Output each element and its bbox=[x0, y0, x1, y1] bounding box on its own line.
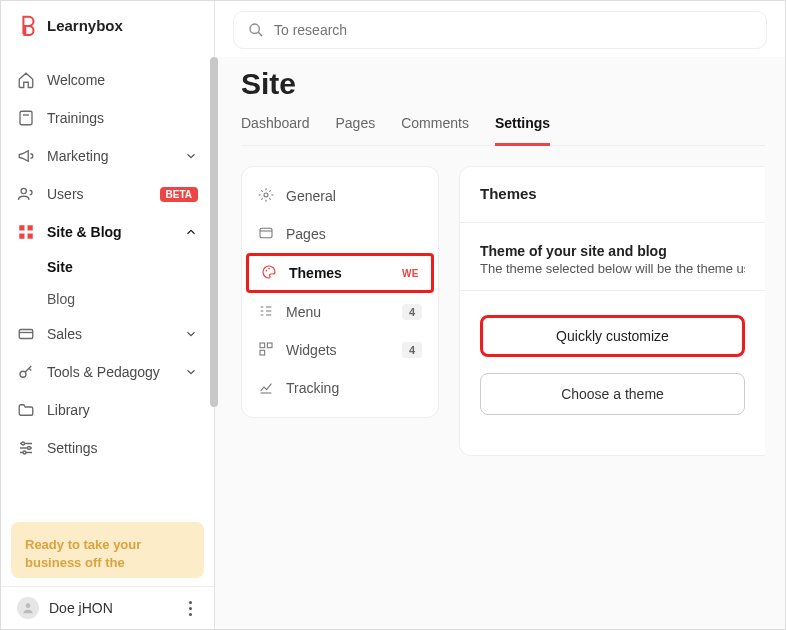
nav-site[interactable]: Site bbox=[47, 251, 214, 283]
tabs: Dashboard Pages Comments Settings bbox=[241, 107, 765, 146]
settings-themes[interactable]: Themes WE bbox=[246, 253, 434, 293]
chevron-down-icon bbox=[184, 365, 198, 379]
nav-blog[interactable]: Blog bbox=[47, 283, 214, 315]
svg-rect-3 bbox=[19, 225, 24, 230]
nav-label: Welcome bbox=[47, 72, 198, 88]
list-icon bbox=[258, 303, 276, 321]
logo[interactable]: Learnybox bbox=[1, 1, 214, 49]
page-title: Site bbox=[241, 67, 765, 101]
count-badge: 4 bbox=[402, 342, 422, 358]
nav-label: Site bbox=[47, 259, 198, 275]
nav-label: Settings bbox=[47, 440, 198, 456]
nav-site-blog[interactable]: Site & Blog bbox=[1, 213, 214, 251]
tab-dashboard[interactable]: Dashboard bbox=[241, 107, 310, 145]
svg-line-15 bbox=[258, 32, 262, 36]
tab-comments[interactable]: Comments bbox=[401, 107, 469, 145]
panel-heading: Themes bbox=[480, 185, 745, 202]
logo-text: Learnybox bbox=[47, 17, 123, 34]
nav-site-blog-sub: Site Blog bbox=[1, 251, 214, 315]
person-icon bbox=[21, 601, 35, 615]
settings-sidepanel: General Pages Themes WE Menu 4 bbox=[241, 166, 439, 418]
quickly-customize-button[interactable]: Quickly customize bbox=[480, 315, 745, 357]
item-label: Themes bbox=[289, 265, 392, 281]
svg-rect-17 bbox=[260, 228, 272, 237]
nav-library[interactable]: Library bbox=[1, 391, 214, 429]
search-icon bbox=[248, 22, 264, 38]
beta-badge: BETA bbox=[160, 187, 198, 202]
main-nav: Welcome Trainings Marketing Users BETA S… bbox=[1, 49, 214, 514]
svg-point-9 bbox=[20, 371, 26, 377]
svg-point-16 bbox=[264, 193, 268, 197]
item-label: Widgets bbox=[286, 342, 392, 358]
avatar[interactable] bbox=[17, 597, 39, 619]
item-label: Tracking bbox=[286, 380, 422, 396]
gear-icon bbox=[258, 187, 276, 205]
settings-menu[interactable]: Menu 4 bbox=[242, 293, 438, 331]
nav-label: Blog bbox=[47, 291, 198, 307]
settings-general[interactable]: General bbox=[242, 177, 438, 215]
nav-tools[interactable]: Tools & Pedagogy bbox=[1, 353, 214, 391]
chevron-down-icon bbox=[184, 327, 198, 341]
promo-banner[interactable]: Ready to take your business off the bbox=[11, 522, 204, 578]
themes-panel: Themes Theme of your site and blog The t… bbox=[459, 166, 765, 456]
settings-tracking[interactable]: Tracking bbox=[242, 369, 438, 407]
svg-point-12 bbox=[23, 451, 26, 454]
megaphone-icon bbox=[17, 147, 35, 165]
nav-sales[interactable]: Sales bbox=[1, 315, 214, 353]
card-icon bbox=[17, 325, 35, 343]
svg-point-14 bbox=[250, 24, 259, 33]
svg-rect-23 bbox=[260, 350, 265, 355]
svg-point-20 bbox=[268, 268, 270, 270]
chevron-up-icon bbox=[184, 225, 198, 239]
item-label: Pages bbox=[286, 226, 422, 242]
divider bbox=[460, 222, 765, 223]
nav-label: Marketing bbox=[47, 148, 172, 164]
svg-rect-6 bbox=[28, 234, 33, 239]
promo-text: Ready to take your business off the bbox=[25, 537, 141, 570]
svg-rect-4 bbox=[28, 225, 33, 230]
home-icon bbox=[17, 71, 35, 89]
nav-users[interactable]: Users BETA bbox=[1, 175, 214, 213]
divider bbox=[460, 290, 765, 291]
item-label: Menu bbox=[286, 304, 392, 320]
item-label: General bbox=[286, 188, 422, 204]
key-icon bbox=[17, 363, 35, 381]
button-label: Quickly customize bbox=[556, 328, 669, 344]
svg-rect-22 bbox=[267, 343, 272, 348]
search-input[interactable] bbox=[274, 22, 752, 38]
main-content: Site Dashboard Pages Comments Settings G… bbox=[215, 1, 785, 629]
search-bar bbox=[215, 1, 785, 57]
window-icon bbox=[258, 225, 276, 243]
widgets-icon bbox=[258, 341, 276, 359]
search-field[interactable] bbox=[233, 11, 767, 49]
user-bar: Doe jHON bbox=[1, 586, 214, 629]
nav-trainings[interactable]: Trainings bbox=[1, 99, 214, 137]
choose-theme-button[interactable]: Choose a theme bbox=[480, 373, 745, 415]
palette-icon bbox=[261, 264, 279, 282]
settings-widgets[interactable]: Widgets 4 bbox=[242, 331, 438, 369]
nav-label: Library bbox=[47, 402, 198, 418]
nav-welcome[interactable]: Welcome bbox=[1, 61, 214, 99]
book-icon bbox=[17, 109, 35, 127]
settings-pages[interactable]: Pages bbox=[242, 215, 438, 253]
folder-icon bbox=[17, 401, 35, 419]
svg-rect-7 bbox=[19, 330, 33, 339]
button-label: Choose a theme bbox=[561, 386, 664, 402]
nav-settings[interactable]: Settings bbox=[1, 429, 214, 467]
svg-point-2 bbox=[21, 188, 26, 193]
user-menu-button[interactable] bbox=[182, 601, 198, 616]
sliders-icon bbox=[17, 439, 35, 457]
tab-pages[interactable]: Pages bbox=[336, 107, 376, 145]
svg-point-11 bbox=[28, 447, 31, 450]
svg-point-10 bbox=[22, 442, 25, 445]
sidebar: Learnybox Welcome Trainings Marketing Us… bbox=[1, 1, 215, 629]
chevron-down-icon bbox=[184, 149, 198, 163]
grid-icon bbox=[17, 223, 35, 241]
nav-marketing[interactable]: Marketing bbox=[1, 137, 214, 175]
new-tag: WE bbox=[402, 268, 419, 279]
nav-label: Trainings bbox=[47, 110, 198, 126]
nav-label: Site & Blog bbox=[47, 224, 172, 240]
logo-icon bbox=[17, 14, 39, 36]
scrollbar[interactable] bbox=[210, 57, 218, 407]
tab-settings[interactable]: Settings bbox=[495, 107, 550, 146]
